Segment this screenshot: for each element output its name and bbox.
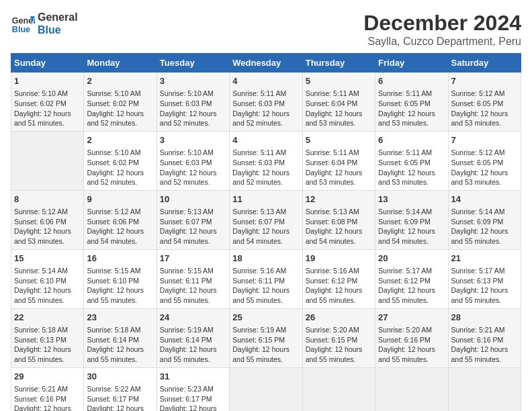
day-number: 5 <box>306 134 372 146</box>
calendar-cell: 6Sunrise: 5:11 AM Sunset: 6:05 PM Daylig… <box>375 73 448 132</box>
calendar-cell: 27Sunrise: 5:20 AM Sunset: 6:16 PM Dayli… <box>375 308 448 367</box>
calendar-cell: 11Sunrise: 5:13 AM Sunset: 6:07 PM Dayli… <box>230 190 302 249</box>
day-number: 16 <box>87 253 153 265</box>
calendar-cell: 4Sunrise: 5:11 AM Sunset: 6:03 PM Daylig… <box>230 131 302 190</box>
header-saturday: Saturday <box>448 54 521 73</box>
calendar-table: Sunday Monday Tuesday Wednesday Thursday… <box>11 53 521 411</box>
day-number: 9 <box>87 193 153 205</box>
logo-general: General <box>38 11 78 24</box>
calendar-cell: 17Sunrise: 5:15 AM Sunset: 6:11 PM Dayli… <box>157 249 229 308</box>
day-info: Sunrise: 5:21 AM Sunset: 6:16 PM Dayligh… <box>451 325 518 365</box>
day-number: 15 <box>14 253 81 265</box>
calendar-cell: 2Sunrise: 5:10 AM Sunset: 6:02 PM Daylig… <box>84 73 157 132</box>
logo: General Blue General Blue <box>11 11 78 36</box>
day-info: Sunrise: 5:12 AM Sunset: 6:05 PM Dayligh… <box>451 89 518 128</box>
calendar-cell: 28Sunrise: 5:21 AM Sunset: 6:16 PM Dayli… <box>448 308 521 367</box>
day-info: Sunrise: 5:11 AM Sunset: 6:04 PM Dayligh… <box>306 89 372 128</box>
day-number: 25 <box>232 312 299 324</box>
calendar-cell: 2Sunrise: 5:10 AM Sunset: 6:02 PM Daylig… <box>84 131 157 190</box>
calendar-cell <box>11 131 84 190</box>
day-info: Sunrise: 5:11 AM Sunset: 6:05 PM Dayligh… <box>378 89 445 128</box>
calendar-week-5: 29Sunrise: 5:21 AM Sunset: 6:16 PM Dayli… <box>11 367 521 411</box>
day-info: Sunrise: 5:10 AM Sunset: 6:02 PM Dayligh… <box>87 148 153 187</box>
day-number: 17 <box>160 253 226 265</box>
day-info: Sunrise: 5:14 AM Sunset: 6:09 PM Dayligh… <box>378 207 445 246</box>
calendar-cell <box>375 367 448 411</box>
calendar-cell: 4Sunrise: 5:11 AM Sunset: 6:03 PM Daylig… <box>230 73 302 132</box>
day-info: Sunrise: 5:10 AM Sunset: 6:03 PM Dayligh… <box>160 148 226 187</box>
calendar-cell: 6Sunrise: 5:11 AM Sunset: 6:05 PM Daylig… <box>375 131 448 190</box>
calendar-cell: 25Sunrise: 5:19 AM Sunset: 6:15 PM Dayli… <box>230 308 302 367</box>
calendar-cell: 1Sunrise: 5:10 AM Sunset: 6:02 PM Daylig… <box>11 73 84 132</box>
calendar-cell: 14Sunrise: 5:14 AM Sunset: 6:09 PM Dayli… <box>448 190 521 249</box>
day-number: 8 <box>14 193 81 205</box>
calendar-cell: 7Sunrise: 5:12 AM Sunset: 6:05 PM Daylig… <box>448 131 521 190</box>
day-info: Sunrise: 5:17 AM Sunset: 6:13 PM Dayligh… <box>451 266 518 306</box>
day-number: 7 <box>451 75 518 87</box>
day-info: Sunrise: 5:12 AM Sunset: 6:06 PM Dayligh… <box>87 207 153 246</box>
day-number: 6 <box>378 75 445 87</box>
calendar-week-0: 1Sunrise: 5:10 AM Sunset: 6:02 PM Daylig… <box>11 73 521 132</box>
day-number: 23 <box>87 312 153 324</box>
calendar-cell: 18Sunrise: 5:16 AM Sunset: 6:11 PM Dayli… <box>230 249 302 308</box>
day-info: Sunrise: 5:11 AM Sunset: 6:03 PM Dayligh… <box>232 148 299 187</box>
calendar-week-3: 15Sunrise: 5:14 AM Sunset: 6:10 PM Dayli… <box>11 249 521 308</box>
day-number: 20 <box>378 253 445 265</box>
calendar-header-row: Sunday Monday Tuesday Wednesday Thursday… <box>11 54 521 73</box>
calendar-week-4: 22Sunrise: 5:18 AM Sunset: 6:13 PM Dayli… <box>11 308 521 367</box>
header-thursday: Thursday <box>302 54 375 73</box>
calendar-cell: 15Sunrise: 5:14 AM Sunset: 6:10 PM Dayli… <box>11 249 84 308</box>
day-info: Sunrise: 5:13 AM Sunset: 6:07 PM Dayligh… <box>232 207 299 246</box>
calendar-cell: 23Sunrise: 5:18 AM Sunset: 6:14 PM Dayli… <box>84 308 157 367</box>
header-monday: Monday <box>84 54 157 73</box>
header-tuesday: Tuesday <box>157 54 229 73</box>
day-info: Sunrise: 5:21 AM Sunset: 6:16 PM Dayligh… <box>14 384 81 411</box>
day-number: 2 <box>87 75 153 87</box>
calendar-title: December 2024 <box>363 11 521 36</box>
day-info: Sunrise: 5:10 AM Sunset: 6:02 PM Dayligh… <box>87 89 153 128</box>
calendar-subtitle: Saylla, Cuzco Department, Peru <box>363 36 521 48</box>
day-info: Sunrise: 5:17 AM Sunset: 6:12 PM Dayligh… <box>378 266 445 306</box>
day-number: 3 <box>160 75 226 87</box>
svg-text:Blue: Blue <box>12 25 30 34</box>
calendar-cell <box>448 367 521 411</box>
day-info: Sunrise: 5:16 AM Sunset: 6:12 PM Dayligh… <box>306 266 372 306</box>
day-info: Sunrise: 5:16 AM Sunset: 6:11 PM Dayligh… <box>232 266 299 306</box>
day-number: 30 <box>87 371 153 383</box>
day-info: Sunrise: 5:15 AM Sunset: 6:11 PM Dayligh… <box>160 266 226 306</box>
day-info: Sunrise: 5:14 AM Sunset: 6:09 PM Dayligh… <box>451 207 518 246</box>
day-number: 11 <box>232 193 299 205</box>
day-info: Sunrise: 5:12 AM Sunset: 6:06 PM Dayligh… <box>14 207 81 246</box>
day-info: Sunrise: 5:13 AM Sunset: 6:08 PM Dayligh… <box>306 207 372 246</box>
header-sunday: Sunday <box>11 54 84 73</box>
calendar-cell: 19Sunrise: 5:16 AM Sunset: 6:12 PM Dayli… <box>302 249 375 308</box>
day-number: 31 <box>160 371 226 383</box>
calendar-cell: 16Sunrise: 5:15 AM Sunset: 6:10 PM Dayli… <box>84 249 157 308</box>
logo-icon: General Blue <box>11 11 35 36</box>
day-number: 22 <box>14 312 81 324</box>
day-number: 5 <box>306 75 372 87</box>
day-number: 24 <box>160 312 226 324</box>
day-info: Sunrise: 5:22 AM Sunset: 6:17 PM Dayligh… <box>87 384 153 411</box>
day-number: 26 <box>306 312 372 324</box>
day-number: 6 <box>378 134 445 146</box>
day-info: Sunrise: 5:20 AM Sunset: 6:15 PM Dayligh… <box>306 325 372 365</box>
day-info: Sunrise: 5:23 AM Sunset: 6:17 PM Dayligh… <box>160 384 226 411</box>
day-number: 13 <box>378 193 445 205</box>
day-info: Sunrise: 5:20 AM Sunset: 6:16 PM Dayligh… <box>378 325 445 365</box>
day-info: Sunrise: 5:14 AM Sunset: 6:10 PM Dayligh… <box>14 266 81 306</box>
calendar-cell: 13Sunrise: 5:14 AM Sunset: 6:09 PM Dayli… <box>375 190 448 249</box>
calendar-cell: 7Sunrise: 5:12 AM Sunset: 6:05 PM Daylig… <box>448 73 521 132</box>
calendar-cell: 5Sunrise: 5:11 AM Sunset: 6:04 PM Daylig… <box>302 73 375 132</box>
day-info: Sunrise: 5:13 AM Sunset: 6:07 PM Dayligh… <box>160 207 226 246</box>
day-number: 3 <box>160 134 226 146</box>
day-number: 7 <box>451 134 518 146</box>
logo-blue: Blue <box>38 24 78 36</box>
calendar-cell: 3Sunrise: 5:10 AM Sunset: 6:03 PM Daylig… <box>157 131 229 190</box>
day-number: 12 <box>306 193 372 205</box>
day-info: Sunrise: 5:19 AM Sunset: 6:14 PM Dayligh… <box>160 325 226 365</box>
title-area: December 2024 Saylla, Cuzco Department, … <box>363 11 521 48</box>
page-header: General Blue General Blue December 2024 … <box>11 11 521 48</box>
calendar-cell: 24Sunrise: 5:19 AM Sunset: 6:14 PM Dayli… <box>157 308 229 367</box>
calendar-cell: 10Sunrise: 5:13 AM Sunset: 6:07 PM Dayli… <box>157 190 229 249</box>
